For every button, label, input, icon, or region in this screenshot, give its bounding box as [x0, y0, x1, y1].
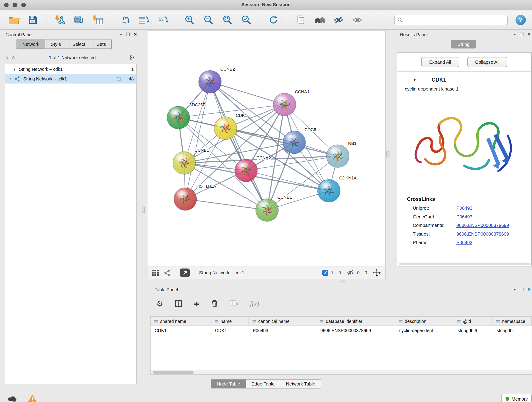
table-cell[interactable]: P06493	[249, 326, 316, 335]
open-session-button[interactable]	[6, 12, 21, 27]
table-cell[interactable]: 9606.ENSP00000378699	[316, 326, 395, 335]
tree-expand-icon[interactable]: ▼	[13, 67, 16, 71]
network-edge[interactable]	[185, 82, 210, 199]
table-cell[interactable]: stringdb:9...	[453, 326, 493, 335]
network-collection-row[interactable]: ▼ String Network – cdk1 1	[5, 64, 137, 74]
network-node[interactable]	[167, 106, 190, 129]
import-network-from-database-button[interactable]	[71, 12, 86, 27]
panel-close-icon[interactable]: ×	[527, 288, 531, 291]
panel-divider-handle[interactable]	[340, 281, 345, 283]
network-edge[interactable]	[210, 82, 285, 104]
save-session-button[interactable]	[25, 12, 40, 27]
memory-button[interactable]: Memory	[501, 394, 532, 402]
zoom-out-button[interactable]	[201, 12, 216, 27]
tab-select[interactable]: Select	[67, 40, 91, 49]
zoom-in-button[interactable]	[182, 12, 197, 27]
table-cell[interactable]: CDK1	[151, 326, 211, 335]
panel-divider-handle[interactable]	[386, 151, 389, 157]
column-header[interactable]: database identifier	[316, 317, 395, 326]
tab-node-table[interactable]: Node Table	[211, 379, 246, 389]
grid-view-icon[interactable]	[152, 269, 159, 276]
collapse-all-button[interactable]: Collapse All	[467, 57, 507, 67]
hidden-eye-slash-icon[interactable]	[346, 269, 355, 276]
apply-layout-button[interactable]	[266, 12, 281, 27]
column-header[interactable]: description	[395, 317, 454, 326]
panel-float-icon[interactable]	[126, 33, 129, 36]
export-table-button[interactable]	[136, 12, 151, 27]
network-overview-icon[interactable]	[164, 269, 171, 276]
table-row[interactable]: CDK1CDK1P064939606.ENSP00000378699cyclin…	[151, 326, 532, 335]
cloud-status-button[interactable]	[6, 394, 19, 402]
hide-selected-button[interactable]	[331, 12, 346, 27]
horizontal-scrollbar[interactable]	[151, 370, 532, 375]
panel-menu-icon[interactable]: ▾	[514, 32, 516, 37]
panel-close-icon[interactable]: ×	[527, 33, 531, 36]
network-node[interactable]	[235, 159, 258, 182]
tab-network[interactable]: Network	[17, 40, 45, 49]
column-header[interactable]: name	[211, 317, 249, 326]
delete-column-icon[interactable]	[210, 299, 219, 309]
home-view-button[interactable]	[312, 12, 327, 27]
search-box[interactable]	[394, 15, 508, 25]
expand-all-icon[interactable]: »	[10, 55, 16, 60]
panel-float-icon[interactable]	[520, 33, 523, 36]
tab-network-table[interactable]: Network Table	[280, 379, 321, 389]
pan-crosshair-icon[interactable]	[373, 268, 381, 277]
network-canvas[interactable]: CCNB2CCNA1CDC25BCDK1CDC6RB1CCNB1CCNA2CDK…	[147, 30, 386, 267]
column-header[interactable]: canonical name	[249, 317, 316, 326]
tab-string[interactable]: String	[451, 40, 476, 49]
add-column-icon[interactable]: +	[194, 300, 199, 307]
network-node[interactable]	[326, 145, 349, 167]
export-image-button[interactable]	[155, 12, 170, 27]
selected-checkbox[interactable]	[322, 270, 328, 276]
warnings-button[interactable]	[25, 394, 39, 402]
search-input[interactable]	[405, 17, 505, 23]
network-node[interactable]	[214, 117, 237, 140]
panel-menu-icon[interactable]: ▾	[514, 287, 516, 292]
column-header[interactable]: @id	[453, 317, 493, 326]
tab-edge-table[interactable]: Edge Table	[246, 379, 280, 389]
crosslink-link[interactable]: P06493	[456, 240, 472, 245]
zoom-selected-button[interactable]	[239, 12, 254, 27]
table-cell[interactable]: stringdb	[493, 326, 532, 335]
expand-all-button[interactable]: Expand All	[421, 57, 459, 67]
crosslink-link[interactable]: P06493	[456, 206, 472, 211]
help-button[interactable]: ?	[515, 15, 526, 25]
network-edge[interactable]	[210, 82, 267, 210]
network-node[interactable]	[199, 70, 221, 93]
column-header[interactable]: shared name	[151, 317, 211, 326]
scrollbar-thumb[interactable]	[153, 371, 194, 374]
zoom-fit-button[interactable]	[220, 12, 235, 27]
panel-close-icon[interactable]: ×	[133, 33, 137, 36]
network-node[interactable]	[273, 93, 296, 116]
collapse-section-icon[interactable]: ▼	[413, 78, 417, 82]
protein-card-header[interactable]: ▼ CDK1	[397, 72, 531, 85]
network-node[interactable]	[317, 179, 340, 202]
show-graphics-button[interactable]	[350, 12, 365, 27]
network-edge[interactable]	[185, 199, 267, 210]
crosslink-link[interactable]: P06493	[456, 214, 472, 220]
network-node[interactable]	[283, 131, 306, 154]
crosslink-link[interactable]: 9606.ENSP00000378699	[456, 231, 509, 237]
card-scrollbar[interactable]	[399, 263, 530, 265]
collapse-all-icon[interactable]: »	[5, 55, 11, 60]
duplicate-view-button[interactable]	[293, 12, 308, 27]
network-options-gear-icon[interactable]: ⚙	[129, 53, 135, 61]
table-cell[interactable]: CDK1	[211, 326, 249, 335]
panel-divider-handle[interactable]	[142, 207, 145, 213]
show-columns-icon[interactable]	[175, 299, 183, 309]
network-node[interactable]	[174, 188, 196, 211]
tab-style[interactable]: Style	[45, 40, 67, 49]
panel-menu-icon[interactable]: ▾	[120, 32, 122, 37]
import-table-button[interactable]	[90, 12, 105, 27]
table-settings-gear-icon[interactable]: ⚙	[157, 300, 163, 308]
open-in-new-window-button[interactable]	[180, 268, 190, 277]
network-node[interactable]	[173, 152, 196, 174]
network-node[interactable]	[256, 199, 278, 221]
tab-sets[interactable]: Sets	[91, 40, 112, 49]
table-cell[interactable]: cyclin-dependent ...	[395, 326, 454, 335]
crosslink-link[interactable]: 9606.ENSP00000378699	[456, 223, 509, 228]
import-network-button[interactable]	[52, 12, 67, 27]
panel-float-icon[interactable]	[520, 288, 523, 291]
export-network-button[interactable]	[117, 12, 133, 27]
